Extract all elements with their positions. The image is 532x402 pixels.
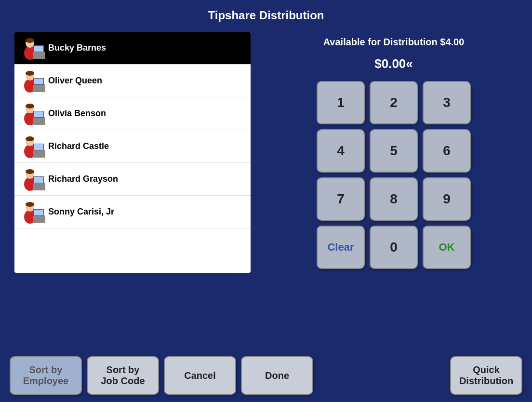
right-panel: Available for Distribution $4.00 $0.00« … — [270, 32, 518, 273]
sort-employee-button[interactable]: Sort byEmployee — [10, 356, 82, 395]
svg-rect-21 — [33, 150, 45, 158]
employee-avatar-icon — [19, 35, 48, 61]
sort-job-code-button[interactable]: Sort byJob Code — [87, 356, 159, 395]
clear-button[interactable]: Clear — [317, 226, 365, 269]
employee-name: Richard Castle — [48, 141, 109, 151]
employee-name: Olivia Benson — [48, 108, 106, 119]
svg-rect-15 — [33, 117, 45, 125]
employee-avatar-icon — [19, 166, 48, 192]
svg-rect-5 — [34, 46, 43, 52]
employee-list-item[interactable]: Richard Castle — [14, 130, 251, 163]
title-bar: Tipshare Distribution — [0, 0, 532, 27]
svg-rect-9 — [33, 84, 45, 92]
keypad-button-1[interactable]: 1 — [317, 81, 365, 124]
bottom-bar: Sort byEmployee Sort byJob Code Cancel D… — [0, 349, 532, 402]
svg-rect-11 — [34, 79, 43, 84]
employee-name: Oliver Queen — [48, 76, 102, 86]
svg-point-14 — [26, 104, 34, 108]
employee-name: Sonny Carisi, Jr — [48, 207, 114, 217]
employee-avatar-icon — [19, 100, 48, 127]
svg-point-2 — [26, 38, 34, 43]
svg-rect-17 — [34, 111, 43, 117]
keypad-button-3[interactable]: 3 — [423, 81, 471, 124]
employee-name: Richard Grayson — [48, 174, 118, 184]
ok-button[interactable]: OK — [423, 226, 471, 269]
svg-point-26 — [26, 169, 34, 174]
keypad-button-9[interactable]: 9 — [423, 177, 471, 221]
page-title: Tipshare Distribution — [0, 9, 532, 22]
svg-rect-35 — [34, 210, 43, 215]
quick-distribution-button[interactable]: QuickDistribution — [450, 356, 522, 395]
svg-point-8 — [26, 71, 34, 76]
keypad-button-4[interactable]: 4 — [317, 129, 365, 173]
keypad-button-8[interactable]: 8 — [370, 177, 418, 221]
svg-rect-23 — [34, 144, 43, 150]
keypad-button-6[interactable]: 6 — [423, 129, 471, 173]
keypad-button-7[interactable]: 7 — [317, 177, 365, 221]
svg-rect-33 — [33, 215, 45, 223]
keypad-button-2[interactable]: 2 — [370, 81, 418, 124]
employee-list: Bucky BarnesOliver QueenOlivia BensonRic… — [14, 32, 251, 273]
keypad-button-5[interactable]: 5 — [370, 129, 418, 173]
svg-point-32 — [26, 202, 34, 207]
employee-list-item[interactable]: Richard Grayson — [14, 163, 251, 196]
employee-avatar-icon — [19, 199, 48, 225]
employee-list-item[interactable]: Sonny Carisi, Jr — [14, 196, 251, 228]
employee-list-item[interactable]: Oliver Queen — [14, 65, 251, 97]
svg-rect-3 — [33, 52, 45, 59]
amount-display: $0.00« — [374, 56, 413, 71]
done-button[interactable]: Done — [241, 356, 313, 395]
employee-list-item[interactable]: Olivia Benson — [14, 97, 251, 130]
main-content: Bucky BarnesOliver QueenOlivia BensonRic… — [0, 27, 532, 278]
available-label: Available for Distribution $4.00 — [323, 37, 465, 48]
keypad: 123456789Clear0OK — [317, 81, 471, 269]
svg-point-20 — [26, 136, 34, 141]
cancel-button[interactable]: Cancel — [164, 356, 236, 395]
employee-avatar-icon — [19, 133, 48, 160]
employee-list-item[interactable]: Bucky Barnes — [14, 32, 251, 65]
svg-rect-29 — [34, 177, 43, 183]
svg-rect-27 — [33, 183, 45, 190]
employee-avatar-icon — [19, 67, 48, 94]
employee-name: Bucky Barnes — [48, 43, 106, 53]
keypad-button-0[interactable]: 0 — [370, 226, 418, 269]
